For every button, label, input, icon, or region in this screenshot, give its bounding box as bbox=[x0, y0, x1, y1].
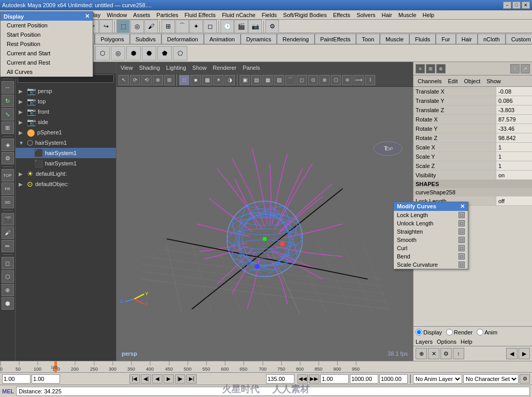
mc-scale-curvature[interactable]: Scale Curvature □ bbox=[394, 261, 468, 269]
tab-fur[interactable]: Fur bbox=[436, 34, 456, 44]
tab-painteffects[interactable]: PaintEffects bbox=[315, 34, 357, 44]
tool-ipr[interactable]: 📷 bbox=[248, 20, 262, 33]
tab-muscle[interactable]: Muscle bbox=[380, 34, 409, 44]
timeline[interactable]: 0 50 100 150 200 250 300 350 400 450 bbox=[0, 361, 532, 372]
mc-bend-box[interactable]: □ bbox=[459, 253, 465, 259]
vp-joints[interactable]: ⊙ bbox=[308, 75, 318, 85]
playback-jump-start[interactable]: |◀ bbox=[129, 374, 140, 384]
rp-icon-5[interactable]: ↗ bbox=[521, 64, 530, 73]
vp-smooth-shade-all[interactable]: ■ bbox=[190, 75, 201, 85]
radio-anim[interactable]: Anim bbox=[477, 329, 497, 335]
shelf-icon-7[interactable]: ⬡ bbox=[95, 46, 110, 60]
channel-menu-object[interactable]: Object bbox=[462, 78, 482, 84]
menu-fluid-effects[interactable]: Fluid Effects bbox=[182, 11, 219, 19]
tab-toon[interactable]: Toon bbox=[356, 34, 380, 44]
tab-animation[interactable]: Animation bbox=[204, 34, 241, 44]
tool-rotate[interactable]: ↻ bbox=[2, 95, 14, 107]
tool-paint[interactable]: 🖌 bbox=[144, 20, 158, 33]
tree-item-defaultobj[interactable]: ▶ ⊙ defaultObjec: bbox=[16, 179, 116, 189]
tool-scale[interactable]: ⤡ bbox=[2, 108, 14, 120]
tool-misc2[interactable]: ⬡ bbox=[2, 270, 14, 283]
channel-menu-channels[interactable]: Channels bbox=[416, 78, 444, 84]
mc-straighten[interactable]: Straighten □ bbox=[394, 227, 468, 236]
vp-deformers[interactable]: ⊗ bbox=[319, 75, 330, 85]
layer-scroll-left[interactable]: ◀ bbox=[506, 348, 518, 359]
shelf-icon-10[interactable]: ⬣ bbox=[142, 46, 156, 60]
tree-item-defaultlight[interactable]: ▶ ☀ defaultLight: bbox=[16, 169, 116, 179]
tab-polygons[interactable]: Polygons bbox=[95, 34, 129, 44]
tab-subdivs[interactable]: Subdivs bbox=[130, 34, 161, 44]
playback-range-start[interactable]: 1.00 bbox=[320, 374, 349, 384]
vp-textured[interactable]: ▩ bbox=[202, 75, 212, 85]
tool-snap-curve[interactable]: ⌒ bbox=[175, 20, 189, 33]
vp-safe-title[interactable]: ▧ bbox=[274, 75, 284, 85]
vp-lighting[interactable]: ☀ bbox=[213, 75, 224, 85]
dm-all-curves[interactable]: All Curves bbox=[1, 67, 93, 77]
tool-misc1[interactable]: ◻ bbox=[2, 257, 14, 269]
vp-nurbscurves[interactable]: ⌒ bbox=[285, 75, 295, 85]
minimize-button[interactable]: − bbox=[503, 2, 511, 9]
menu-window[interactable]: Window bbox=[104, 11, 130, 19]
tool-move[interactable]: ↔ bbox=[2, 81, 14, 94]
vp-film-gate[interactable]: ▤ bbox=[251, 75, 261, 85]
tab-dynamics[interactable]: Dynamics bbox=[241, 34, 277, 44]
tree-item-front[interactable]: ▶ 📷 front bbox=[16, 106, 116, 117]
anim-layer-dropdown[interactable]: No Anim Layer bbox=[413, 374, 462, 384]
vp-camera-tumble[interactable]: ⟳ bbox=[130, 75, 140, 85]
layers-menu-help[interactable]: Help bbox=[461, 339, 472, 345]
radio-render[interactable]: Render bbox=[446, 329, 472, 335]
tool-misc3[interactable]: ⊕ bbox=[2, 284, 14, 296]
tool-view-top[interactable]: TOP bbox=[2, 169, 14, 181]
tool-snap-surface[interactable]: ◻ bbox=[203, 20, 217, 33]
menu-hair[interactable]: Hair bbox=[379, 11, 395, 19]
dm-current-rest[interactable]: Current and Rest bbox=[1, 62, 93, 67]
tree-item-side[interactable]: ▶ 📷 side bbox=[16, 117, 116, 127]
vp-select-tool[interactable]: ↖ bbox=[119, 75, 129, 85]
tool-misc4[interactable]: ⬢ bbox=[2, 297, 14, 310]
tool-settings[interactable]: ⚙ bbox=[265, 20, 279, 33]
vp-hair[interactable]: ⟿ bbox=[353, 75, 364, 85]
vp-menu-panels[interactable]: Panels bbox=[241, 65, 262, 71]
tool-view-front[interactable]: FR bbox=[2, 182, 14, 195]
tool-select[interactable]: ⬚ bbox=[116, 20, 130, 33]
shelf-icon-8[interactable]: ◎ bbox=[111, 46, 125, 60]
vp-field-chart[interactable]: ▦ bbox=[262, 75, 273, 85]
vp-resolution-gate[interactable]: ▣ bbox=[240, 75, 250, 85]
layer-settings-icon[interactable]: ⚙ bbox=[440, 348, 452, 359]
mc-lock-length[interactable]: Lock Length □ bbox=[394, 211, 468, 219]
shelf-icon-9[interactable]: ⬢ bbox=[126, 46, 141, 60]
vp-shadows[interactable]: ◑ bbox=[225, 75, 235, 85]
menu-help[interactable]: Help bbox=[420, 11, 438, 19]
menu-particles[interactable]: Particles bbox=[153, 11, 181, 19]
mc-smooth-box[interactable]: □ bbox=[459, 237, 465, 243]
menu-solvers[interactable]: Solvers bbox=[353, 11, 379, 19]
rp-icon-2[interactable]: ⊞ bbox=[426, 64, 435, 73]
menu-fluid-ncache[interactable]: Fluid nCache bbox=[219, 11, 259, 19]
tree-item-hairsystem1-parent[interactable]: ▼ ⬡ hairSystem1 bbox=[16, 138, 116, 148]
vp-polygons[interactable]: ◻ bbox=[297, 75, 307, 85]
tool-history[interactable]: 🕒 bbox=[220, 20, 234, 33]
layer-scroll-right[interactable]: ▶ bbox=[519, 348, 530, 359]
vp-menu-lighting[interactable]: Lighting bbox=[164, 65, 188, 71]
vp-fluids[interactable]: ≋ bbox=[342, 75, 352, 85]
tab-rendering[interactable]: Rendering bbox=[277, 34, 315, 44]
shelf-icon-11[interactable]: ⬟ bbox=[157, 46, 172, 60]
mc-smooth[interactable]: Smooth □ bbox=[394, 236, 468, 244]
close-button[interactable]: ✕ bbox=[522, 2, 530, 9]
playback-step-forward[interactable]: |▶ bbox=[175, 374, 185, 384]
tree-item-psphere1[interactable]: ▶ ⬤ pSphere1 bbox=[16, 127, 116, 138]
vp-menu-view[interactable]: View bbox=[119, 65, 135, 71]
vp-camera-track[interactable]: ⟲ bbox=[141, 75, 152, 85]
tool-soft-select[interactable]: ◈ bbox=[2, 139, 14, 151]
tab-fluids[interactable]: Fluids bbox=[409, 34, 436, 44]
tool-universal[interactable]: ⊞ bbox=[2, 121, 14, 134]
menu-effects[interactable]: Effects bbox=[330, 11, 353, 19]
rp-icon-4[interactable]: ↑ bbox=[510, 64, 520, 73]
playback-play-forward[interactable]: ▶ bbox=[164, 374, 174, 384]
tab-deformation[interactable]: Deformation bbox=[161, 34, 204, 44]
layers-menu-options[interactable]: Options bbox=[437, 339, 456, 345]
menu-fields[interactable]: Fields bbox=[259, 11, 280, 19]
vp-wireframe[interactable]: □ bbox=[179, 75, 189, 85]
rp-icon-1[interactable]: ≡ bbox=[416, 64, 425, 73]
tree-item-persp[interactable]: ▶ 📷 persp bbox=[16, 86, 116, 96]
